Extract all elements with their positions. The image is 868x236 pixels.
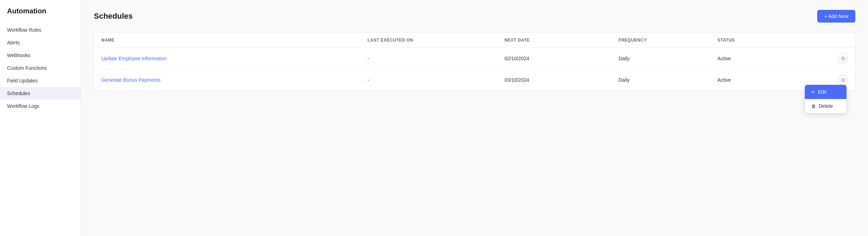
table-row: Update Employee Information-02/10/2024Da… (94, 48, 855, 69)
sidebar-item-custom-functions[interactable]: Custom Functions (0, 62, 81, 74)
schedule-name-link[interactable]: Generate Bonus Payments (101, 77, 161, 83)
col-header-last-executed: LAST EXECUTED ON (361, 33, 498, 48)
col-header-next-date: NEXT DATE (498, 33, 611, 48)
context-menu-delete[interactable]: Delete (805, 99, 846, 113)
sidebar-item-field-updates[interactable]: Field Updates (0, 74, 81, 87)
sidebar-item-workflow-rules[interactable]: Workflow Rules (0, 24, 81, 36)
sidebar: Automation Workflow RulesAlertsWebhooksC… (0, 0, 81, 236)
schedules-table-container: NAME LAST EXECUTED ON NEXT DATE FREQUENC… (94, 32, 855, 91)
actions-cell: ⊕ (802, 48, 855, 69)
row-action-button[interactable]: ⊕ (838, 54, 848, 63)
status-cell: Active (710, 48, 802, 69)
sidebar-title: Automation (0, 7, 81, 24)
col-header-name: NAME (94, 33, 361, 48)
row-action-button[interactable]: ⊕ (838, 75, 848, 85)
next-date-cell: 02/10/2024 (498, 48, 611, 69)
sidebar-item-schedules[interactable]: Schedules (0, 87, 81, 100)
add-new-button[interactable]: + Add New (817, 10, 855, 23)
next-date-cell: 03/10/2024 (498, 69, 611, 91)
table-body: Update Employee Information-02/10/2024Da… (94, 48, 855, 91)
page-header: Schedules + Add New (94, 10, 855, 23)
context-menu-edit[interactable]: Edit (805, 85, 846, 99)
last-executed-cell: - (361, 69, 498, 91)
context-menu: Edit Delete (804, 85, 847, 113)
sidebar-item-webhooks[interactable]: Webhooks (0, 49, 81, 62)
main-content: Schedules + Add New NAME LAST EXECUTED O… (81, 0, 868, 236)
schedule-name-link[interactable]: Update Employee Information (101, 56, 167, 61)
table-header: NAME LAST EXECUTED ON NEXT DATE FREQUENC… (94, 33, 855, 48)
page-title: Schedules (94, 12, 133, 21)
trash-icon (811, 103, 816, 109)
col-header-frequency: FREQUENCY (611, 33, 710, 48)
sidebar-item-workflow-logs[interactable]: Workflow Logs (0, 100, 81, 112)
schedules-table: NAME LAST EXECUTED ON NEXT DATE FREQUENC… (94, 33, 855, 91)
frequency-cell: Daily (611, 69, 710, 91)
status-cell: Active (710, 69, 802, 91)
pencil-icon (811, 89, 815, 95)
table-row: Generate Bonus Payments-03/10/2024DailyA… (94, 69, 855, 91)
sidebar-item-alerts[interactable]: Alerts (0, 36, 81, 49)
edit-label: Edit (818, 89, 826, 95)
delete-label: Delete (819, 103, 833, 109)
col-header-status: STATUS (710, 33, 802, 48)
last-executed-cell: - (361, 48, 498, 69)
frequency-cell: Daily (611, 48, 710, 69)
col-header-actions (802, 33, 855, 48)
